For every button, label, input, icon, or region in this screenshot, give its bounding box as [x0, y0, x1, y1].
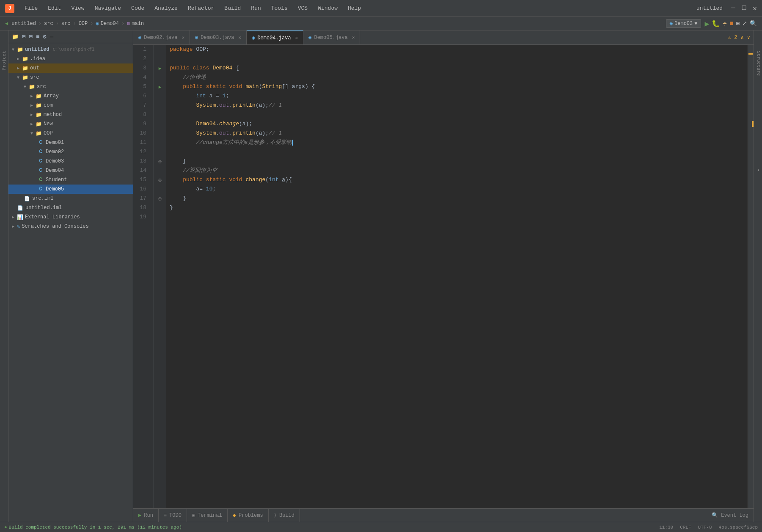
tree-demo01[interactable]: C Demo01: [8, 138, 133, 147]
tab-demo03-icon: ◉: [195, 34, 198, 41]
collapse-all-icon[interactable]: ⊟: [29, 33, 32, 40]
search-everywhere-button[interactable]: 🔍: [750, 20, 757, 27]
bc-src1[interactable]: src: [44, 21, 53, 27]
src-outer-arrow-icon: ▼: [17, 75, 19, 80]
tab-demo05-close[interactable]: ✕: [352, 35, 355, 40]
expand-editor-icon[interactable]: ∧: [741, 34, 744, 41]
demo03-label: Demo03: [46, 158, 64, 164]
minimize-button[interactable]: —: [731, 4, 735, 13]
tab-demo04[interactable]: ◉ Demo04.java ✕: [247, 30, 303, 44]
run-arrow-5[interactable]: ▶: [159, 84, 162, 90]
gutter-13: ◎: [154, 157, 166, 166]
bc-demo04[interactable]: Demo04: [101, 21, 119, 27]
menu-edit[interactable]: Edit: [46, 4, 63, 12]
build-panel-tab[interactable]: ⟩ Build: [269, 509, 300, 522]
menu-navigate[interactable]: Navigate: [93, 4, 123, 12]
menu-tools[interactable]: Tools: [270, 4, 289, 12]
scope-icon[interactable]: ≡: [36, 33, 39, 40]
menu-window[interactable]: Window: [316, 4, 339, 12]
project-tab[interactable]: Project: [1, 47, 8, 74]
tab-demo04-close[interactable]: ✕: [295, 35, 298, 41]
demo05-label: Demo05: [46, 186, 64, 192]
event-log-tab[interactable]: 🔍 Event Log: [712, 512, 748, 518]
run-arrow-3[interactable]: ▶: [159, 66, 162, 71]
settings-icon[interactable]: ⚙: [43, 33, 46, 40]
ext-libs-arrow-icon: ▶: [12, 215, 14, 220]
src-iml-icon: 📄: [24, 196, 30, 201]
ln-12: 12: [133, 147, 150, 157]
status-line-ending[interactable]: CRLF: [680, 525, 691, 530]
tree-root[interactable]: ▼ 📁 untitled C:\Users\pinkfl: [8, 45, 133, 54]
tab-demo03[interactable]: ◉ Demo03.java ✕: [190, 30, 247, 44]
favorites-tab[interactable]: ★: [754, 164, 762, 176]
build-project-button[interactable]: ⊞: [736, 20, 740, 27]
menu-analyze[interactable]: Analyze: [153, 4, 179, 12]
code-line-2: [170, 54, 748, 63]
tree-src-inner[interactable]: ▼ 📁 src: [8, 82, 133, 91]
demo05-java-icon: C: [37, 186, 44, 192]
menu-view[interactable]: View: [69, 4, 86, 12]
menu-code[interactable]: Code: [129, 4, 146, 12]
tree-untitled-iml[interactable]: 📄 untitled.iml: [8, 203, 133, 212]
stop-button[interactable]: ■: [729, 20, 734, 28]
tree-demo04[interactable]: C Demo04: [8, 166, 133, 175]
bp-13[interactable]: ◎: [158, 158, 161, 165]
menu-run[interactable]: Run: [249, 4, 262, 12]
tree-idea[interactable]: ▶ 📁 .idea: [8, 54, 133, 63]
bp-15[interactable]: ◎: [158, 177, 161, 183]
close-button[interactable]: ✕: [753, 4, 757, 13]
menu-build[interactable]: Build: [223, 4, 242, 12]
hide-icon[interactable]: —: [50, 33, 53, 40]
menu-file[interactable]: File: [23, 4, 39, 12]
tree-new[interactable]: ▶ 📁 New: [8, 119, 133, 129]
tab-demo05[interactable]: ◉ Demo05.java ✕: [303, 30, 360, 44]
tree-out[interactable]: ▶ 📁 out: [8, 63, 133, 73]
run-button[interactable]: ▶: [704, 19, 709, 28]
tab-demo03-label: Demo03.java: [201, 35, 234, 41]
untitled-iml-icon: 📄: [17, 205, 24, 211]
bc-oop[interactable]: OOP: [79, 21, 88, 27]
tree-external-libs[interactable]: ▶ 📊 External Libraries: [8, 212, 133, 222]
bc-untitled[interactable]: untitled: [11, 21, 36, 27]
bc-back-icon[interactable]: ◀: [5, 20, 8, 27]
tree-demo05[interactable]: C Demo05: [8, 185, 133, 194]
todo-tab-icon: ≡: [164, 513, 167, 518]
bp-17[interactable]: ◎: [158, 196, 161, 202]
tree-scratches[interactable]: ▶ ✎ Scratches and Consoles: [8, 222, 133, 231]
code-content[interactable]: package OOP; public class Demo04 { //值传递…: [166, 45, 748, 508]
tree-student[interactable]: C Student: [8, 175, 133, 185]
structure-tab[interactable]: Structure: [754, 47, 762, 79]
tree-array[interactable]: ▶ 📁 Array: [8, 91, 133, 101]
expand-all-icon[interactable]: ⊞: [22, 33, 25, 40]
bc-src2[interactable]: src: [61, 21, 71, 27]
tree-src-iml[interactable]: 📄 src.iml: [8, 194, 133, 203]
tree-com[interactable]: ▶ 📁 com: [8, 101, 133, 110]
todo-panel-tab[interactable]: ≡ TODO: [159, 509, 187, 522]
tree-src-outer[interactable]: ▼ 📁 src: [8, 73, 133, 82]
tree-demo02[interactable]: C Demo02: [8, 147, 133, 157]
run-panel-tab[interactable]: ▶ Run: [133, 509, 159, 522]
ln-19: 19: [133, 212, 150, 222]
status-encoding[interactable]: UTF-8: [698, 525, 712, 530]
menu-vcs[interactable]: VCS: [296, 4, 309, 12]
menu-refactor[interactable]: Refactor: [186, 4, 216, 12]
tab-demo02[interactable]: ◉ Demo02.java ✕: [133, 30, 190, 44]
maximize-button[interactable]: □: [742, 4, 746, 13]
collapse-editor-icon[interactable]: ∨: [747, 34, 750, 41]
tree-method[interactable]: ▶ 📁 method: [8, 110, 133, 119]
menu-help[interactable]: Help: [346, 4, 363, 12]
sync-button[interactable]: ⤢: [742, 20, 747, 27]
problems-panel-tab[interactable]: ● Problems: [228, 509, 269, 522]
bc-main[interactable]: main: [132, 21, 144, 27]
ln-17: 17: [133, 194, 150, 203]
line-numbers: 1 2 3 4 5 6 7 8 9 10 11 12 13 14 15 16 1…: [133, 45, 154, 508]
tree-demo03[interactable]: C Demo03: [8, 157, 133, 166]
oop-arrow-icon: ▼: [30, 131, 33, 136]
tab-demo02-close[interactable]: ✕: [182, 35, 184, 40]
coverage-button[interactable]: ☂: [723, 19, 727, 28]
tab-demo03-close[interactable]: ✕: [239, 35, 242, 40]
debug-button[interactable]: 🐛: [712, 19, 720, 28]
run-config-dropdown[interactable]: ◉ Demo03 ▼: [666, 19, 701, 28]
tree-oop[interactable]: ▼ 📁 OOP: [8, 129, 133, 138]
terminal-panel-tab[interactable]: ▣ Terminal: [187, 509, 228, 522]
